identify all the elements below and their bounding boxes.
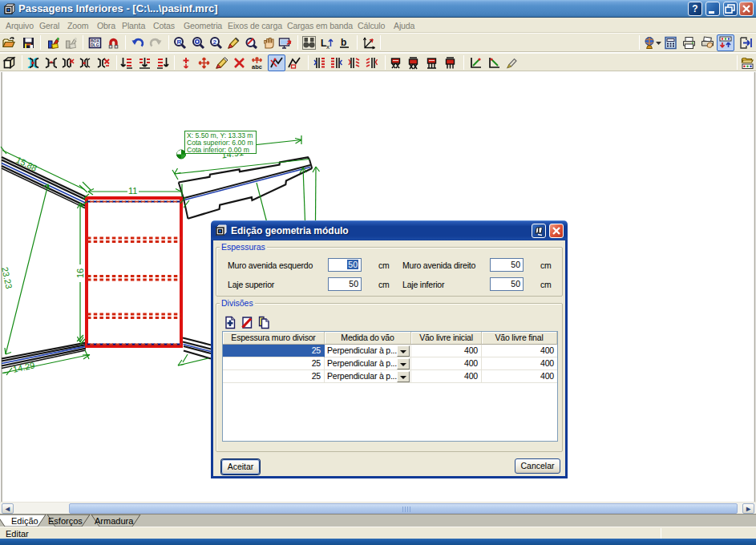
- svg-text:2: 2: [213, 38, 217, 46]
- svg-text:Armadura: Armadura: [95, 516, 134, 526]
- svg-text:x: x: [326, 43, 329, 50]
- svg-text:abc: abc: [252, 63, 262, 70]
- svg-text:11: 11: [128, 186, 137, 196]
- svg-text:DLG: DLG: [91, 42, 99, 47]
- svg-text:16: 16: [75, 268, 85, 278]
- svg-text:Esforços: Esforços: [48, 516, 83, 526]
- svg-text:Edição: Edição: [11, 516, 38, 526]
- svg-text:b: b: [341, 37, 346, 48]
- svg-text:R: R: [177, 38, 182, 46]
